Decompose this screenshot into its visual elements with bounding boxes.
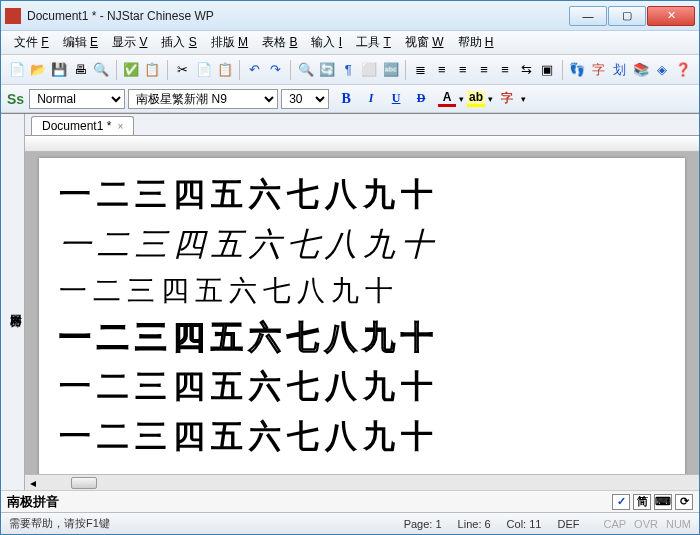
side-panel-tab[interactable]: 对齐网格器	[1, 114, 25, 490]
highlight-button[interactable]: ab	[467, 91, 485, 107]
status-def: DEF	[557, 518, 579, 530]
undo-icon[interactable]: ↶	[245, 59, 264, 81]
align-right-icon[interactable]: ≡	[453, 59, 472, 81]
status-num: NUM	[666, 518, 691, 530]
radical-icon[interactable]: 👣	[568, 59, 587, 81]
status-col: Col: 11	[507, 518, 542, 530]
close-button[interactable]: ✕	[647, 6, 695, 26]
redo-icon[interactable]: ↷	[266, 59, 285, 81]
status-cap: CAP	[603, 518, 626, 530]
window-buttons: — ▢ ✕	[569, 6, 695, 26]
italic-button[interactable]: I	[360, 89, 382, 109]
document-area: 对齐网格器 Document1 * × 一二三四五六七八九十 一二三四五六七八九…	[1, 113, 699, 490]
font-color-button[interactable]: A	[438, 91, 456, 107]
align-left-icon[interactable]: ≣	[411, 59, 430, 81]
menu-file[interactable]: 文件 F	[7, 32, 56, 53]
status-line: Line: 6	[458, 518, 491, 530]
print-icon[interactable]: 🖶	[70, 59, 89, 81]
ime-label: 南极拼音	[7, 493, 59, 511]
page-scroll[interactable]: 一二三四五六七八九十 一二三四五六七八九十 一二三四五六七八九十 一二三四五六七…	[25, 152, 699, 474]
menu-bar: 文件 F 编辑 E 显示 V 插入 S 排版 M 表格 B 输入 I 工具 T …	[1, 31, 699, 55]
strike-button[interactable]: D	[410, 89, 432, 109]
page-icon[interactable]: ▣	[538, 59, 557, 81]
text-line: 一二三四五六七八九十	[59, 170, 665, 220]
status-ovr: OVR	[634, 518, 658, 530]
help-icon[interactable]: ❓	[674, 59, 693, 81]
direction-icon[interactable]: ⇆	[517, 59, 536, 81]
menu-help[interactable]: 帮助 H	[451, 32, 501, 53]
spellcheck-icon[interactable]: ✅	[122, 59, 141, 81]
bold-button[interactable]: B	[335, 89, 357, 109]
text-line: 一二三四五六七八九十	[59, 412, 665, 462]
save-icon[interactable]: 💾	[49, 59, 68, 81]
ime-keyboard-button[interactable]: ⌨	[654, 494, 672, 510]
window-title: Document1 * - NJStar Chinese WP	[27, 9, 569, 23]
open-icon[interactable]: 📂	[28, 59, 47, 81]
horizontal-scrollbar[interactable]: ◂	[25, 474, 699, 490]
app-window: Document1 * - NJStar Chinese WP — ▢ ✕ 文件…	[0, 0, 700, 535]
status-page: Page: 1	[404, 518, 442, 530]
stroke-icon[interactable]: 划	[610, 59, 629, 81]
find-icon[interactable]: 🔍	[296, 59, 315, 81]
clipboard-icon[interactable]: 📋	[143, 59, 162, 81]
style-icon: Ss	[7, 91, 24, 107]
format-toolbar: Ss Normal 南极星繁新潮 N9 30 B I U D A ▾ ab ▾ …	[1, 85, 699, 113]
maximize-button[interactable]: ▢	[608, 6, 646, 26]
title-bar: Document1 * - NJStar Chinese WP — ▢ ✕	[1, 1, 699, 31]
text-line: 一二三四五六七八九十	[59, 220, 665, 270]
document-page[interactable]: 一二三四五六七八九十 一二三四五六七八九十 一二三四五六七八九十 一二三四五六七…	[39, 158, 685, 474]
paste-icon[interactable]: 📋	[215, 59, 234, 81]
new-icon[interactable]: 📄	[7, 59, 26, 81]
menu-window[interactable]: 视窗 W	[398, 32, 451, 53]
document-tabs: Document1 * ×	[25, 114, 699, 136]
menu-tools[interactable]: 工具 T	[349, 32, 398, 53]
tool-icon[interactable]: ◈	[653, 59, 672, 81]
document-tab-label: Document1 *	[42, 119, 111, 133]
align-justify-icon[interactable]: ≡	[474, 59, 493, 81]
ime-refresh-button[interactable]: ⟳	[675, 494, 693, 510]
preview-icon[interactable]: 🔍	[92, 59, 111, 81]
char-icon[interactable]: 字	[589, 59, 608, 81]
style-select[interactable]: Normal	[29, 89, 125, 109]
indent-icon[interactable]: ≡	[496, 59, 515, 81]
ime-simplified-button[interactable]: 简	[633, 494, 651, 510]
ime-bar: 南极拼音 ✓ 简 ⌨ ⟳	[1, 490, 699, 512]
page-wrap: Document1 * × 一二三四五六七八九十 一二三四五六七八九十 一二三四…	[25, 114, 699, 490]
close-tab-icon[interactable]: ×	[117, 121, 123, 132]
align-center-icon[interactable]: ≡	[432, 59, 451, 81]
menu-edit[interactable]: 编辑 E	[56, 32, 105, 53]
main-toolbar: 📄 📂 💾 🖶 🔍 ✅ 📋 ✂ 📄 📋 ↶ ↷ 🔍 🔄 ¶ ⬜ 🔤 ≣ ≡ ≡ …	[1, 55, 699, 85]
text-line: 一二三四五六七八九十	[59, 313, 665, 363]
status-bar: 需要帮助，请按F1键 Page: 1 Line: 6 Col: 11 DEF C…	[1, 512, 699, 534]
char-button[interactable]: 字	[496, 89, 518, 109]
menu-input[interactable]: 输入 I	[304, 32, 349, 53]
text-line: 一二三四五六七八九十	[59, 269, 665, 312]
underline-button[interactable]: U	[385, 89, 407, 109]
font-select[interactable]: 南极星繁新潮 N9	[128, 89, 278, 109]
replace-icon[interactable]: 🔄	[317, 59, 336, 81]
minimize-button[interactable]: —	[569, 6, 607, 26]
scrollbar-thumb[interactable]	[71, 477, 97, 489]
menu-table[interactable]: 表格 B	[255, 32, 304, 53]
dict-icon[interactable]: 📚	[631, 59, 650, 81]
menu-view[interactable]: 显示 V	[105, 32, 154, 53]
ime-check-button[interactable]: ✓	[612, 494, 630, 510]
status-help: 需要帮助，请按F1键	[9, 516, 110, 531]
copy-icon[interactable]: 📄	[194, 59, 213, 81]
horizontal-ruler[interactable]	[25, 136, 699, 152]
menu-insert[interactable]: 插入 S	[154, 32, 203, 53]
document-tab[interactable]: Document1 * ×	[31, 116, 134, 135]
menu-format[interactable]: 排版 M	[204, 32, 255, 53]
size-select[interactable]: 30	[281, 89, 329, 109]
cut-icon[interactable]: ✂	[173, 59, 192, 81]
pilcrow-icon[interactable]: ¶	[339, 59, 358, 81]
app-icon	[5, 8, 21, 24]
grid-icon[interactable]: ⬜	[360, 59, 379, 81]
font-icon[interactable]: 🔤	[381, 59, 400, 81]
text-line: 一二三四五六七八九十	[59, 362, 665, 412]
